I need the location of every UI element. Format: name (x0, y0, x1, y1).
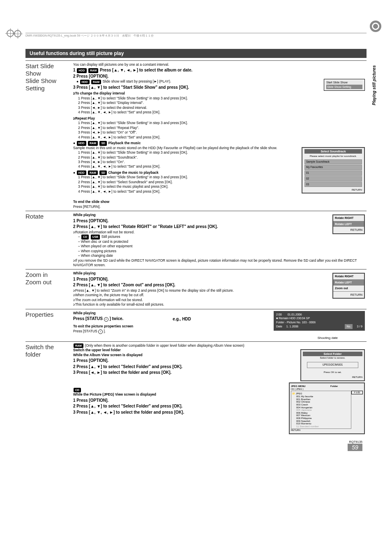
shooting-date-label: Shooting date (318, 336, 338, 341)
st-item4: 03 (304, 182, 362, 187)
row4-left: Properties (25, 311, 73, 340)
pp-folder: Folder - Picture No. 103 - 0006 (276, 320, 362, 324)
ci1: Press [▲, ▼] to select "Slide Show Setti… (81, 96, 188, 100)
pr-r2: Rotate LEFT (333, 221, 364, 227)
jt2: 002 Chinese (296, 401, 350, 403)
sf-return: RETURN (303, 375, 362, 379)
jt3: 003 Czech (296, 403, 350, 406)
row2-b1b: – When disc or card is protected (78, 240, 367, 244)
row5-s2: Press [▲, ▼] to select "Select Folder" a… (76, 364, 182, 369)
jm-f: F 1/32 (351, 391, 363, 394)
row1-ci-hdr: ≥To change the display interval (73, 91, 367, 96)
popup-properties: 2:00 01.01.2006 ■ Remain HDD 230:04 SP F… (274, 311, 365, 331)
ci4: Press [▲, ▼, ◄, ►] to select "Set" and p… (81, 110, 160, 114)
tag-hdd4: HDD (77, 170, 86, 175)
row1-rp-hdr: ≥Repeat Play (73, 116, 367, 121)
row2-b2: ≥If you remove the SD card while the DIR… (73, 258, 367, 268)
row4-while: While playing (73, 311, 96, 315)
cm1: Press [▲, ▼] to select "Slide Show Setti… (81, 175, 188, 179)
jt1: 001 Brazilian (296, 398, 350, 401)
row5-while1: While the Album View screen is displayed (73, 353, 143, 357)
row2-b1a: Still pictures (101, 235, 120, 239)
footer-page: 59 (348, 444, 362, 451)
pm1: Press [▲, ▼] to select "Slide Show Setti… (81, 150, 188, 154)
rp2: Press [▲, ▼] to select "Repeat Play". (81, 126, 139, 130)
status-icon2: i (98, 329, 103, 334)
pz-r2: Rotate LEFT (333, 280, 364, 285)
popup-slideshow: Start Slide Show Slide Show Setting (324, 79, 365, 91)
row3-s2: Press [▲, ▼] to select "Zoom out" and pr… (76, 283, 175, 287)
jt0: 001 My favorite (296, 395, 350, 398)
st-sub: Please select music playlist for soundtr… (304, 154, 362, 159)
jt8: 008 Philippine (296, 417, 350, 420)
row5-s3: Press [◄, ►] to select the folder and pr… (76, 370, 171, 375)
row5-note-ram: (Only when there is another compatible f… (85, 343, 244, 348)
sf-title: Select Folder (303, 352, 362, 356)
pp-no-lbl: No. (346, 325, 351, 328)
row3-b3: ≥The zoom out information will not be st… (73, 298, 367, 302)
row5-c1: Press [OPTION]. (76, 398, 108, 403)
popup-zoom: Rotate RIGHT Rotate LEFT Zoom out RETURN (332, 273, 365, 299)
pz-return: RETURN (350, 293, 362, 296)
tag-ram4: RAM (88, 170, 98, 175)
popup-rotate: Rotate RIGHT Rotate LEFT RETURN (332, 214, 365, 234)
footer-code: RQT9135 (25, 440, 362, 444)
jt10: 010 Momento (296, 422, 350, 425)
row3-while: While playing (73, 271, 96, 275)
row1-left2: Slide Show Setting (25, 77, 56, 92)
popup-jpeg-menu: JPEG MENU Folder CD ( JPEG ) 📁 JPEG 001 … (289, 382, 365, 434)
st-item1: My Favourites (304, 165, 362, 170)
popup-slide-setting: Slide Show Setting (326, 85, 362, 89)
end-hdr: To end the slide show (73, 200, 367, 204)
st-item0: Sample Soundtrack (304, 159, 362, 165)
row3-b2: ≥When zooming in, the picture may be cut… (73, 293, 367, 297)
row2-s1: Press [OPTION]. (76, 219, 108, 223)
st-item2: 01 (304, 170, 362, 176)
pp-remain: Remain HDD 230:04 SP (279, 317, 310, 320)
row2-b1d: – When copying pictures (78, 249, 367, 253)
pp-date2: 1. 1.2008 (286, 325, 298, 328)
ci3: Press [◄, ►] to select the desired inter… (81, 106, 147, 110)
pp-time: 2:00 (276, 313, 282, 316)
row1-s2: Press [OPTION]. (76, 74, 108, 78)
st-return: RETURN (352, 189, 362, 191)
row1-s2b: Slide show will start by pressing [►] (P… (102, 79, 171, 83)
row4-eg: e.g., HDD (173, 316, 191, 322)
row5-left: Switch the folder (25, 343, 73, 436)
row1-s3: Press [▲, ▼] to select "Start Slide Show… (76, 85, 189, 90)
pp-date-lbl: Date (276, 325, 282, 328)
end-txt: Press [RETURN]. (73, 205, 367, 209)
status-icon: i (104, 317, 108, 322)
popup-select-folder: Select Folder Select folder to access. \… (300, 349, 365, 381)
section-title: Useful functions during still picture pl… (25, 49, 367, 58)
cm-hdr: Change the music to playback (108, 170, 158, 175)
pp-no-val: 3 / 9 (357, 325, 362, 328)
pz-r1: Rotate RIGHT (333, 274, 364, 279)
st-title: Select Soundtrack (304, 149, 362, 154)
pp-date1: 01.01.2006 (288, 313, 302, 316)
jm-folder: Folder (330, 385, 338, 388)
row3-s1: Press [OPTION]. (76, 277, 108, 281)
row1-s1: Press [▲, ▼, ◄, ►] to select the album o… (100, 68, 192, 72)
jt5: 005 Japanese (296, 409, 350, 412)
tag-cd: CD (81, 235, 89, 239)
tag-hdd: HDD (77, 68, 86, 73)
jm-cd: CD ( JPEG ) (291, 388, 363, 391)
row3-b4: ≥This function is only available for sma… (73, 302, 367, 307)
side-label: Playing still pictures (372, 65, 376, 105)
jm-return: RETURN (291, 429, 363, 432)
row1-intro: You can display still pictures one by on… (73, 62, 367, 67)
row2-b1e: – When changing date (78, 253, 367, 258)
jt7: 007 Mexican (296, 414, 350, 417)
row5-switch-bold: Switch the upper level folder (73, 348, 121, 352)
tag-ram: RAM (88, 68, 98, 73)
row4-press: Press [STATUS i ] twice. (73, 316, 123, 322)
row5-while2: While the Picture (JPEG) View screen is … (73, 392, 156, 396)
row2-left: Rotate (25, 213, 73, 267)
row3-left2: Zoom out (25, 279, 51, 286)
row4-exit-hdr: To exit the picture properties screen (73, 324, 133, 328)
popup-start-slide: Start Slide Show (326, 81, 362, 84)
pm3: Press [◄, ►] to select "On". (81, 160, 125, 164)
row1-left1: Start Slide Show (25, 62, 54, 77)
tag-sd: SD (99, 141, 107, 145)
